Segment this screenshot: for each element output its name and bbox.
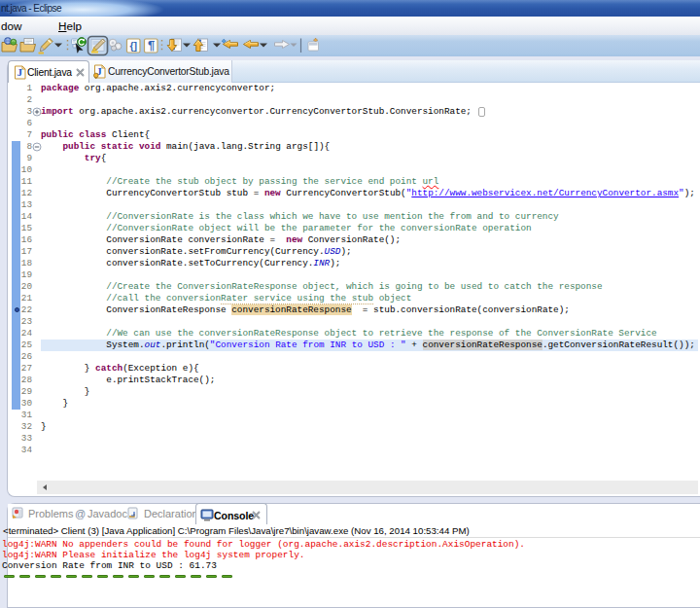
svg-text:¶: ¶ [148,38,155,53]
svg-text:{]: {] [130,40,138,52]
svg-text:J: J [17,66,22,78]
